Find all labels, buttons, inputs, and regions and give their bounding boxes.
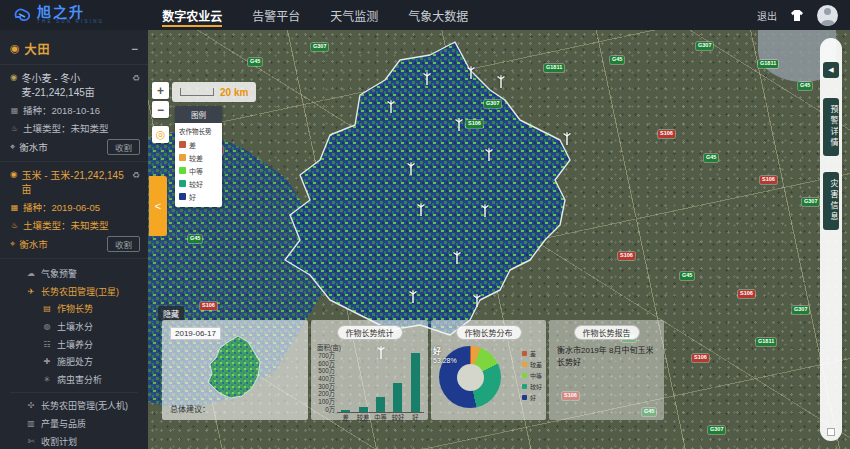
legend-swatch: [179, 154, 186, 161]
harvest-button[interactable]: 收割: [107, 139, 140, 155]
location-pin-icon: ⌖: [10, 141, 15, 153]
sidebar-item-label: 收割计划: [41, 435, 77, 448]
logo-icon: [12, 5, 32, 25]
warning-details-button[interactable]: 预警详情: [823, 98, 839, 156]
y-axis-label: 面积(亩): [317, 342, 424, 352]
y-tick: 500万: [315, 368, 335, 374]
y-tick: 700万: [315, 353, 335, 359]
nav-item-天气监测[interactable]: 天气监测: [330, 0, 378, 30]
donut-legend-swatch: [522, 373, 527, 378]
right-tool-strip: ◀ 预警详情 灾害信息: [820, 38, 842, 441]
locate-button[interactable]: ◎: [152, 126, 169, 143]
map-canvas[interactable]: G45G307S106G45S106G1811G307S106G45G307G1…: [148, 30, 850, 449]
resize-handle[interactable]: [827, 428, 835, 436]
x-tick: 较差: [354, 413, 371, 422]
nav-menu: 数字农业云告警平台天气监测气象大数据: [162, 0, 468, 30]
road-badge: S106: [200, 302, 217, 310]
menu-divider: [10, 392, 138, 393]
strip-collapse-button[interactable]: ◀: [823, 62, 839, 78]
app-logo: 旭之升 THE SUN RISING: [12, 5, 104, 25]
bar-好: [411, 353, 420, 412]
y-tick: 400万: [315, 376, 335, 382]
field-city: 衡水市: [19, 140, 48, 154]
zoom-out-button[interactable]: −: [152, 101, 169, 118]
zoom-in-button[interactable]: +: [152, 82, 169, 99]
field-card-corn[interactable]: ◉ 玉米 - 玉米-21,242,145亩 ♻ ▦播种：2019-06-05 ♨…: [0, 162, 148, 259]
section-collapse-button[interactable]: −: [131, 42, 138, 56]
hide-panels-button[interactable]: 隐藏: [158, 306, 184, 321]
road-badge: G45: [798, 82, 812, 90]
road-badge: S106: [738, 290, 755, 298]
crop-growth-icon: ▤: [42, 304, 52, 313]
growth-report-title: 作物长势报告: [574, 325, 640, 340]
legend-label: 较差: [189, 153, 203, 163]
road-badge: G307: [484, 100, 501, 108]
sidebar-item-产量与品质[interactable]: ▥产量与品质: [0, 415, 148, 433]
donut-hole: [457, 364, 484, 391]
harvest-button[interactable]: 收割: [107, 236, 140, 252]
legend-item-较差: 较差: [179, 151, 218, 164]
donut-legend: 差较差中等较好好: [522, 348, 542, 403]
sidebar-item-label: 长势农田管理(无人机): [41, 399, 128, 412]
sidebar-item-施肥处方[interactable]: ✚施肥处方: [0, 353, 148, 371]
sidebar-menu: ☁气象预警✈长势农田管理(卫星)▤作物长势◍土壤水分☷土壤养分✚施肥处方✳病虫害…: [0, 259, 148, 449]
station-marker-icon[interactable]: [498, 75, 505, 88]
logout-button[interactable]: 退出: [757, 8, 777, 23]
growth-stats-chart: 面积(亩) 700万600万500万400万300万200万100万0万 差较差…: [315, 342, 424, 416]
sow-icon: ▦: [10, 203, 19, 212]
disaster-info-button[interactable]: 灾害信息: [823, 172, 839, 230]
bar-plot: [337, 353, 424, 413]
nav-item-数字农业云[interactable]: 数字农业云: [162, 0, 222, 30]
sidebar-collapse-button[interactable]: <: [149, 176, 167, 236]
x-tick: 中等: [372, 413, 389, 422]
drone-icon: ✣: [26, 401, 36, 410]
nav-item-气象大数据[interactable]: 气象大数据: [408, 0, 468, 30]
legend-items: 差较差中等较好好: [179, 138, 218, 203]
road-badge: G45: [610, 56, 624, 64]
user-avatar[interactable]: [817, 5, 838, 26]
sidebar-item-收割计划[interactable]: ✄收割计划: [0, 432, 148, 449]
region-boundary: [285, 42, 570, 335]
donut-legend-label: 好: [530, 393, 536, 402]
road-badge: S106: [692, 354, 709, 362]
theme-shirt-icon[interactable]: [790, 9, 804, 22]
legend-label: 好: [189, 192, 196, 202]
sidebar-item-长势农田管理(无人机)[interactable]: ✣长势农田管理(无人机): [0, 397, 148, 415]
legend-label: 差: [189, 140, 196, 150]
sidebar-item-土壤水分[interactable]: ◍土壤水分: [0, 318, 148, 336]
field-name: 冬小麦 - 冬小麦-21,242,145亩: [21, 72, 128, 99]
road-badge: S106: [658, 130, 675, 138]
sidebar-item-长势农田管理(卫星)[interactable]: ✈长势农田管理(卫星): [0, 283, 148, 301]
legend-swatch: [179, 141, 186, 148]
sidebar-item-作物长势[interactable]: ▤作物长势: [0, 300, 148, 318]
donut-legend-label: 较差: [530, 360, 542, 369]
field-card-winter-wheat[interactable]: ◉ 冬小麦 - 冬小麦-21,242,145亩 ♻ ▦播种：2018-10-16…: [0, 65, 148, 162]
bar-较好: [393, 383, 402, 412]
sidebar-item-病虫害分析[interactable]: ✳病虫害分析: [0, 371, 148, 389]
locate-icon: ◎: [156, 128, 166, 141]
road-badge: G307: [311, 43, 328, 51]
road-badge: G1811: [758, 60, 778, 68]
road-badge: G307: [802, 198, 819, 206]
soil-type: 土壤类型：未知类型: [23, 121, 109, 135]
donut-legend-swatch: [522, 395, 527, 400]
road-badge: S106: [618, 252, 635, 260]
trash-icon[interactable]: ♻: [132, 169, 140, 181]
sidebar-item-土壤养分[interactable]: ☷土壤养分: [0, 335, 148, 353]
scale-bracket: [180, 88, 214, 96]
road-badge: G45: [680, 272, 694, 280]
bar-差: [341, 410, 350, 412]
growth-stats-title: 作物长势统计: [337, 325, 403, 340]
y-tick: 600万: [315, 361, 335, 367]
station-marker-icon[interactable]: [564, 132, 571, 145]
soil-icon: ♨: [10, 124, 19, 133]
soil-type: 土壤类型：未知类型: [23, 218, 109, 232]
bar-中等: [376, 397, 385, 412]
field-section-title: 大田: [25, 40, 51, 57]
trash-icon[interactable]: ♻: [132, 72, 140, 84]
sidebar-item-气象预警[interactable]: ☁气象预警: [0, 265, 148, 283]
nav-item-告警平台[interactable]: 告警平台: [252, 0, 300, 30]
donut-legend-item-中等: 中等: [522, 370, 542, 381]
legend-swatch: [179, 193, 186, 200]
harvest-plan-icon: ✄: [26, 437, 36, 446]
